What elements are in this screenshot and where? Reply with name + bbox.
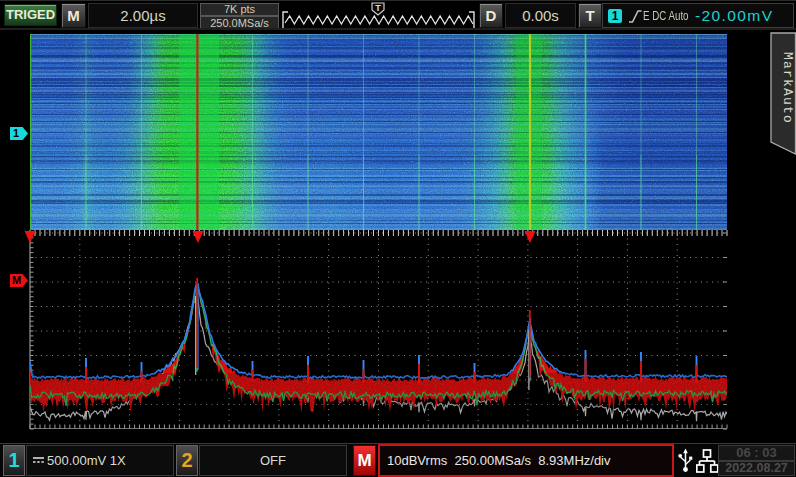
svg-text:MarkAuto: MarkAuto bbox=[780, 52, 795, 124]
